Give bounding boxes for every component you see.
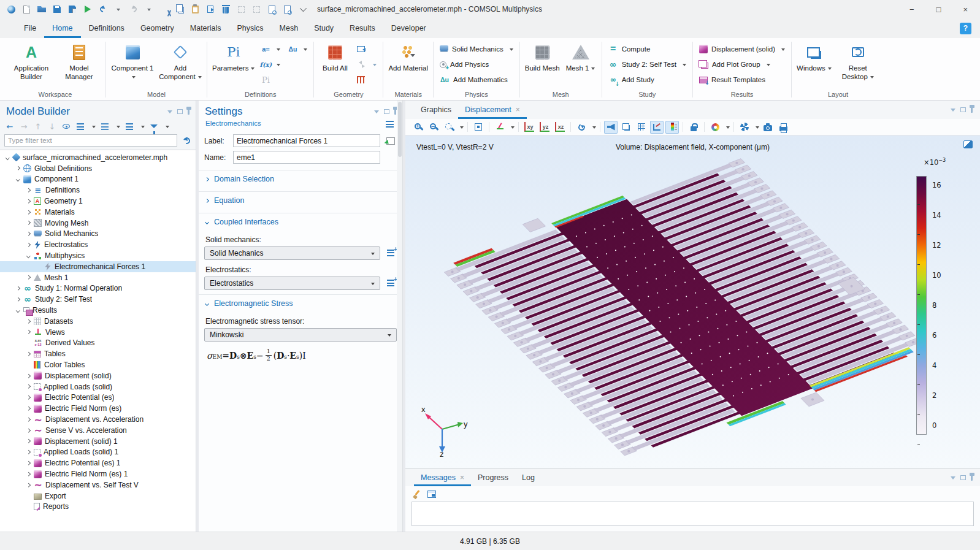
tree-item-electric-potential-es-1[interactable]: Electric Potential (es) 1: [0, 457, 196, 468]
twistie-icon[interactable]: [14, 309, 22, 312]
tab-messages[interactable]: Messages ×: [414, 469, 471, 486]
triad-button[interactable]: [493, 121, 507, 134]
panel-menu-icon[interactable]: [951, 109, 955, 114]
save-report-icon[interactable]: [67, 4, 77, 14]
menu-geometry[interactable]: Geometry: [132, 18, 182, 38]
messages-output[interactable]: [412, 502, 974, 526]
twistie-icon[interactable]: [25, 189, 33, 192]
tree-item-electric-potential-es[interactable]: Electric Potential (es): [0, 392, 196, 403]
move-up-icon[interactable]: ↑: [33, 121, 43, 131]
tree-item-study-2-self-test[interactable]: Study 2: Self Test: [0, 294, 196, 305]
twistie-icon[interactable]: [25, 462, 33, 465]
tree-item-materials[interactable]: Materials: [0, 207, 196, 218]
print-button[interactable]: [776, 121, 790, 134]
ribbon-button-compute[interactable]: Compute: [605, 42, 689, 57]
camera-button[interactable]: [761, 121, 775, 134]
label-input[interactable]: [233, 134, 380, 147]
collapse-icon[interactable]: [100, 121, 110, 131]
filter-input[interactable]: [4, 134, 177, 147]
electrostatics-select[interactable]: Electrostatics: [204, 277, 380, 290]
ribbon-button-mesh-1[interactable]: Mesh 1: [563, 39, 599, 74]
tree-item-sense-v-vs-acceleration[interactable]: Sense V vs. Acceleration: [0, 425, 196, 436]
ribbon-button-add-plot-group[interactable]: Add Plot Group: [696, 57, 788, 72]
twistie-icon[interactable]: [25, 484, 33, 487]
help-button[interactable]: ?: [960, 23, 971, 34]
tree-item-export[interactable]: Export: [0, 491, 196, 502]
panel-pin-icon[interactable]: [394, 109, 396, 115]
new-file-icon[interactable]: [21, 4, 31, 14]
close-tab-icon[interactable]: ×: [516, 105, 520, 114]
tree-item-solid-mechanics[interactable]: Solid Mechanics: [0, 229, 196, 240]
undo-icon[interactable]: [98, 4, 108, 14]
menu-file[interactable]: File: [16, 18, 44, 38]
lock-button[interactable]: [687, 121, 700, 134]
twistie-icon[interactable]: [25, 396, 33, 399]
viewyz-button[interactable]: [538, 121, 551, 134]
menu-results[interactable]: Results: [342, 18, 383, 38]
close-button[interactable]: ×: [963, 5, 968, 14]
tree-item-results[interactable]: Results: [0, 305, 196, 316]
zoom-out-button[interactable]: [427, 121, 440, 134]
tree-item-displacement-solid-1[interactable]: Displacement (solid) 1: [0, 436, 196, 447]
panel-menu-icon[interactable]: [951, 476, 955, 482]
menu-mesh[interactable]: Mesh: [272, 18, 307, 38]
refresh-icon[interactable]: [182, 136, 191, 145]
solid-mechanics-select[interactable]: Solid Mechanics: [204, 246, 380, 260]
tree-item-electromechanical-forces-1[interactable]: Electromechanical Forces 1: [0, 261, 196, 272]
twistie-icon[interactable]: [25, 320, 33, 323]
tree-item-views[interactable]: Views: [0, 327, 196, 338]
paste-icon[interactable]: [190, 4, 200, 14]
panel-menu-icon[interactable]: [167, 110, 172, 116]
panel-menu-icon[interactable]: [374, 110, 379, 116]
rename-icon[interactable]: [386, 137, 395, 145]
viewxz-button[interactable]: [553, 121, 567, 134]
twistie-icon[interactable]: [14, 178, 22, 181]
close-tab-icon[interactable]: ×: [460, 473, 464, 482]
extents-button[interactable]: [472, 121, 485, 134]
twistie-icon[interactable]: [25, 200, 33, 203]
run-icon[interactable]: [83, 4, 93, 14]
panel-float-icon[interactable]: [384, 109, 389, 114]
menu-definitions[interactable]: Definitions: [81, 18, 132, 38]
tree-item-geometry-1[interactable]: Geometry 1: [0, 196, 196, 207]
tree-item-electrostatics[interactable]: Electrostatics: [0, 239, 196, 250]
tree-item-reports[interactable]: Reports: [0, 502, 196, 513]
plot-window-icon[interactable]: [963, 140, 973, 148]
ribbon-button-component-1[interactable]: Component 1: [109, 39, 156, 82]
zoom-box-button[interactable]: [442, 121, 456, 134]
record-icon[interactable]: [236, 4, 246, 14]
tree-item-displacement-solid[interactable]: Displacement (solid): [0, 370, 196, 381]
rows-icon[interactable]: [124, 121, 134, 131]
twistie-icon[interactable]: [25, 429, 33, 432]
settings-scrollbar[interactable]: [397, 101, 402, 532]
ribbon-button-variables[interactable]: [258, 42, 283, 57]
menu-home[interactable]: Home: [44, 18, 80, 38]
tree-item-global-definitions[interactable]: Global Definitions: [0, 163, 196, 174]
search-icon[interactable]: [282, 4, 292, 14]
ribbon-button-study-2-self-test[interactable]: Study 2: Self Test: [605, 57, 689, 72]
twistie-icon[interactable]: [14, 287, 22, 290]
transparency-button[interactable]: [619, 121, 633, 134]
back-icon[interactable]: ←: [5, 121, 15, 131]
tree-item-datasets[interactable]: Datasets: [0, 316, 196, 327]
panel-pin-icon[interactable]: [971, 475, 973, 481]
filter-icon[interactable]: [149, 121, 159, 131]
ribbon-button-add-material[interactable]: Add Material: [386, 39, 430, 74]
grid-button[interactable]: [635, 121, 648, 134]
twistie-icon[interactable]: [14, 298, 22, 301]
palette-button[interactable]: [708, 121, 722, 134]
tree-item-electric-field-norm-es[interactable]: Electric Field Norm (es): [0, 403, 196, 414]
tree-item-electric-field-norm-es-1[interactable]: Electric Field Norm (es) 1: [0, 468, 196, 479]
cut-icon[interactable]: [159, 4, 169, 14]
twistie-icon[interactable]: [4, 156, 12, 159]
tree-item-displacement-vs-acceleration[interactable]: Displacement vs. Acceleration: [0, 414, 196, 425]
ribbon-button-import[interactable]: [354, 42, 380, 57]
expand-icon[interactable]: [75, 121, 85, 131]
ribbon-button-add-component[interactable]: Add Component: [157, 39, 204, 82]
ribbon-button-add-mathematics[interactable]: Add Mathematics: [437, 72, 516, 88]
ribbon-button-virtual[interactable]: [354, 72, 380, 88]
section-equation[interactable]: Equation: [199, 191, 402, 208]
minimize-button[interactable]: −: [909, 5, 914, 14]
twistie-icon[interactable]: [14, 167, 22, 170]
ribbon-button-add-physics[interactable]: Add Physics: [437, 57, 516, 72]
